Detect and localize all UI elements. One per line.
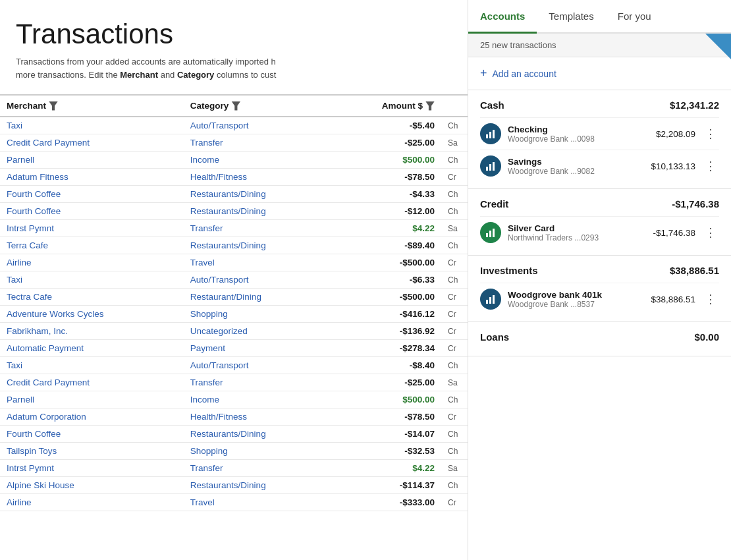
amount-cell: -$6.33 (331, 271, 441, 289)
merchant-cell[interactable]: Adatum Fitness (0, 169, 184, 186)
svg-rect-9 (486, 233, 488, 237)
category-cell[interactable]: Health/Fitness (184, 408, 331, 426)
table-row[interactable]: Tailspin ToysShopping-$32.53Ch (0, 443, 468, 460)
table-row[interactable]: ParnellIncome$500.00Ch (0, 391, 468, 408)
category-cell[interactable]: Shopping (184, 306, 331, 323)
category-cell[interactable]: Restaurant/Dining (184, 289, 331, 306)
left-panel: Transactions Transactions from your adde… (0, 0, 468, 560)
category-cell[interactable]: Transfer (184, 460, 331, 477)
merchant-cell[interactable]: Airline (0, 494, 184, 511)
category-cell[interactable]: Restaurants/Dining (184, 477, 331, 494)
merchant-cell[interactable]: Intrst Pymnt (0, 220, 184, 237)
table-row[interactable]: Adventure Works CyclesShopping-$416.12Cr (0, 306, 468, 323)
table-row[interactable]: Fabrikham, Inc.Uncategorized-$136.92Cr (0, 323, 468, 340)
category-header: Category (184, 95, 331, 117)
merchant-header: Merchant (0, 95, 184, 117)
merchant-cell[interactable]: Parnell (0, 152, 184, 169)
category-cell[interactable]: Transfer (184, 134, 331, 152)
table-row[interactable]: TaxiAuto/Transport-$8.40Ch (0, 357, 468, 374)
merchant-cell[interactable]: Alpine Ski House (0, 477, 184, 494)
account-name: Woodgrove bank 401k (508, 290, 644, 300)
table-row[interactable]: Credit Card PaymentTransfer-$25.00Sa (0, 134, 468, 152)
category-cell[interactable]: Travel (184, 494, 331, 511)
category-cell[interactable]: Health/Fitness (184, 169, 331, 186)
section-total: -$1,746.38 (672, 198, 719, 210)
merchant-cell[interactable]: Tectra Cafe (0, 289, 184, 306)
merchant-cell[interactable]: Parnell (0, 391, 184, 408)
table-row[interactable]: Automatic PaymentPayment-$278.34Cr (0, 340, 468, 357)
merchant-cell[interactable]: Taxi (0, 117, 184, 134)
category-cell[interactable]: Auto/Transport (184, 357, 331, 374)
table-row[interactable]: Credit Card PaymentTransfer-$25.00Sa (0, 374, 468, 391)
table-row[interactable]: Fourth CoffeeRestaurants/Dining-$4.33Ch (0, 186, 468, 203)
table-row[interactable]: Adatum CorporationHealth/Fitness-$78.50C… (0, 408, 468, 426)
category-cell[interactable]: Restaurants/Dining (184, 237, 331, 254)
category-cell[interactable]: Income (184, 152, 331, 169)
table-row[interactable]: AirlineTravel-$333.00Cr (0, 494, 468, 511)
merchant-cell[interactable]: Credit Card Payment (0, 374, 184, 391)
merchant-cell[interactable]: Automatic Payment (0, 340, 184, 357)
category-cell[interactable]: Shopping (184, 443, 331, 460)
category-cell[interactable]: Auto/Transport (184, 117, 331, 134)
merchant-cell[interactable]: Taxi (0, 271, 184, 289)
add-account-button[interactable]: + Add an account (468, 57, 731, 90)
merchant-cell[interactable]: Taxi (0, 357, 184, 374)
table-row[interactable]: Fourth CoffeeRestaurants/Dining-$14.07Ch (0, 426, 468, 443)
account-row[interactable]: SavingsWoodgrove Bank ...9082$10,133.13⋮ (480, 150, 719, 182)
table-row[interactable]: Intrst PymntTransfer$4.22Sa (0, 220, 468, 237)
table-row[interactable]: Adatum FitnessHealth/Fitness-$78.50Cr (0, 169, 468, 186)
category-cell[interactable]: Travel (184, 254, 331, 271)
tab-accounts[interactable]: Accounts (468, 0, 537, 32)
category-filter-icon[interactable] (231, 101, 240, 111)
category-cell[interactable]: Transfer (184, 374, 331, 391)
category-cell[interactable]: Payment (184, 340, 331, 357)
category-cell[interactable]: Restaurants/Dining (184, 426, 331, 443)
merchant-cell[interactable]: Fourth Coffee (0, 203, 184, 220)
extra-cell: Sa (441, 134, 468, 152)
account-row[interactable]: CheckingWoodgrove Bank ...0098$2,208.09⋮ (480, 117, 719, 150)
table-row[interactable]: Terra CafeRestaurants/Dining-$89.40Ch (0, 237, 468, 254)
category-cell[interactable]: Restaurants/Dining (184, 203, 331, 220)
table-row[interactable]: Intrst PymntTransfer$4.22Sa (0, 460, 468, 477)
account-row[interactable]: Silver CardNorthwind Traders ...0293-$1,… (480, 216, 719, 248)
account-info: Woodgrove bank 401kWoodgrove Bank ...853… (508, 290, 644, 309)
more-icon[interactable]: ⋮ (702, 291, 719, 308)
merchant-cell[interactable]: Adatum Corporation (0, 408, 184, 426)
table-row[interactable]: Alpine Ski HouseRestaurants/Dining-$114.… (0, 477, 468, 494)
amount-cell: -$89.40 (331, 237, 441, 254)
merchant-cell[interactable]: Intrst Pymnt (0, 460, 184, 477)
merchant-filter-icon[interactable] (49, 101, 58, 111)
account-row[interactable]: Woodgrove bank 401kWoodgrove Bank ...853… (480, 283, 719, 315)
category-cell[interactable]: Income (184, 391, 331, 408)
merchant-cell[interactable]: Fabrikham, Inc. (0, 323, 184, 340)
merchant-cell[interactable]: Terra Cafe (0, 237, 184, 254)
table-row[interactable]: TaxiAuto/Transport-$5.40Ch (0, 117, 468, 134)
merchant-cell[interactable]: Fourth Coffee (0, 426, 184, 443)
table-row[interactable]: Fourth CoffeeRestaurants/Dining-$12.00Ch (0, 203, 468, 220)
more-icon[interactable]: ⋮ (702, 125, 719, 142)
plus-icon: + (480, 67, 487, 80)
table-row[interactable]: ParnellIncome$500.00Ch (0, 152, 468, 169)
amount-cell: -$25.00 (331, 374, 441, 391)
merchant-cell[interactable]: Credit Card Payment (0, 134, 184, 152)
account-section: Investments$38,886.51 Woodgrove bank 401… (468, 256, 731, 322)
tab-for-you[interactable]: For you (606, 0, 663, 32)
merchant-cell[interactable]: Fourth Coffee (0, 186, 184, 203)
svg-rect-7 (489, 164, 491, 171)
merchant-cell[interactable]: Airline (0, 254, 184, 271)
table-row[interactable]: TaxiAuto/Transport-$6.33Ch (0, 271, 468, 289)
category-cell[interactable]: Transfer (184, 220, 331, 237)
more-icon[interactable]: ⋮ (702, 157, 719, 175)
table-row[interactable]: AirlineTravel-$500.00Cr (0, 254, 468, 271)
tab-templates[interactable]: Templates (537, 0, 605, 32)
svg-rect-4 (489, 132, 491, 138)
table-row[interactable]: Tectra CafeRestaurant/Dining-$500.00Cr (0, 289, 468, 306)
more-icon[interactable]: ⋮ (702, 224, 719, 241)
merchant-cell[interactable]: Adventure Works Cycles (0, 306, 184, 323)
amount-filter-icon[interactable] (425, 101, 435, 111)
category-cell[interactable]: Uncategorized (184, 323, 331, 340)
amount-cell: -$4.33 (331, 186, 441, 203)
category-cell[interactable]: Restaurants/Dining (184, 186, 331, 203)
merchant-cell[interactable]: Tailspin Toys (0, 443, 184, 460)
category-cell[interactable]: Auto/Transport (184, 271, 331, 289)
